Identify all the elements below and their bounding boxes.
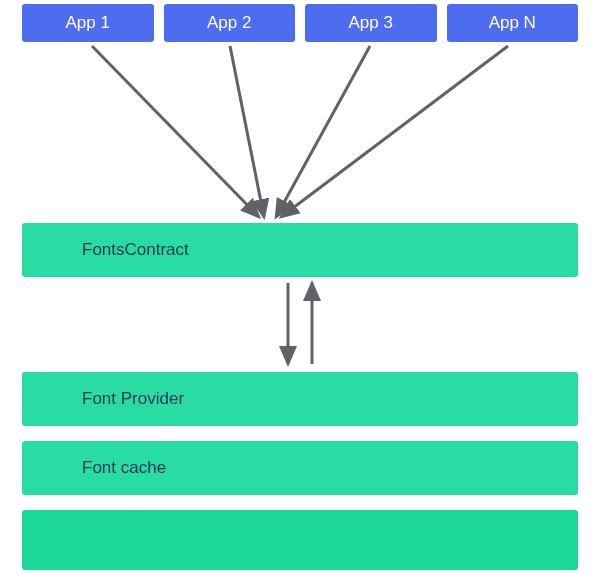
app-box-3: App 3: [305, 4, 437, 42]
arrow-app1-to-contract: [92, 46, 259, 217]
font-cache-label: Font cache: [82, 458, 166, 478]
font-provider-label: Font Provider: [82, 389, 184, 409]
app-box-1: App 1: [22, 4, 154, 42]
fonts-contract-layer: FontsContract: [22, 223, 578, 277]
app-label: App 1: [66, 13, 110, 33]
google-play-services-layer: [22, 510, 578, 570]
font-cache-layer: Font cache: [22, 441, 578, 495]
fonts-contract-label: FontsContract: [82, 240, 189, 260]
app-label: App 3: [349, 13, 393, 33]
app-label: App 2: [207, 13, 251, 33]
app-label: App N: [489, 13, 536, 33]
diagram-canvas: App 1 App 2 App 3 App N FontsContract Fo…: [0, 0, 600, 574]
arrow-contract-to-provider: [288, 283, 312, 364]
arrow-appN-to-contract: [281, 46, 508, 217]
arrow-app3-to-contract: [276, 46, 370, 217]
app-box-2: App 2: [164, 4, 296, 42]
font-provider-layer: Font Provider: [22, 372, 578, 426]
apps-row: App 1 App 2 App 3 App N: [22, 4, 578, 42]
app-box-n: App N: [447, 4, 579, 42]
arrow-app2-to-contract: [230, 46, 264, 217]
